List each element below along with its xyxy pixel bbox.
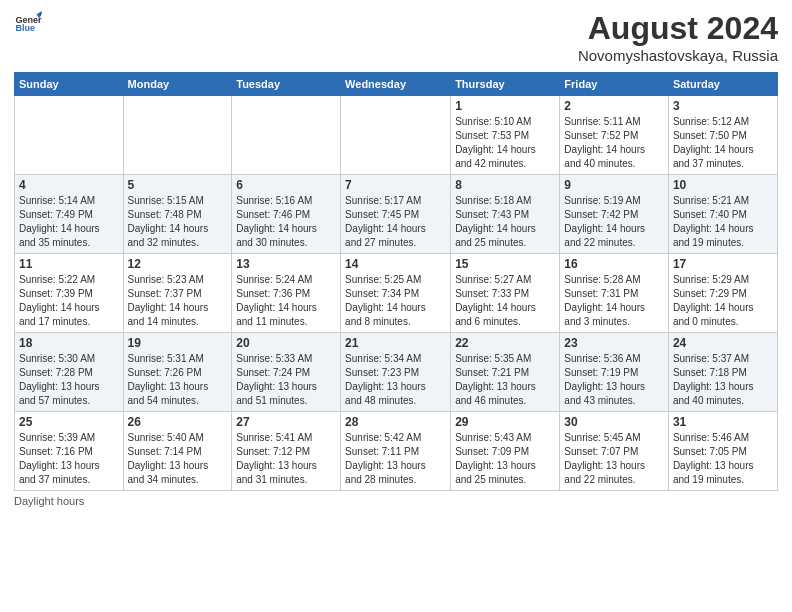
calendar-cell: 27Sunrise: 5:41 AM Sunset: 7:12 PM Dayli… <box>232 412 341 491</box>
day-number: 6 <box>236 178 336 192</box>
calendar-cell: 13Sunrise: 5:24 AM Sunset: 7:36 PM Dayli… <box>232 254 341 333</box>
calendar-cell: 17Sunrise: 5:29 AM Sunset: 7:29 PM Dayli… <box>668 254 777 333</box>
day-number: 21 <box>345 336 446 350</box>
day-info: Sunrise: 5:24 AM Sunset: 7:36 PM Dayligh… <box>236 273 336 329</box>
day-number: 3 <box>673 99 773 113</box>
calendar-table: SundayMondayTuesdayWednesdayThursdayFrid… <box>14 72 778 491</box>
day-info: Sunrise: 5:17 AM Sunset: 7:45 PM Dayligh… <box>345 194 446 250</box>
day-number: 15 <box>455 257 555 271</box>
page-header: General Blue August 2024 Novomyshastovsk… <box>14 10 778 64</box>
calendar-week-row: 18Sunrise: 5:30 AM Sunset: 7:28 PM Dayli… <box>15 333 778 412</box>
calendar-cell <box>341 96 451 175</box>
day-info: Sunrise: 5:33 AM Sunset: 7:24 PM Dayligh… <box>236 352 336 408</box>
day-number: 4 <box>19 178 119 192</box>
day-info: Sunrise: 5:45 AM Sunset: 7:07 PM Dayligh… <box>564 431 664 487</box>
day-info: Sunrise: 5:34 AM Sunset: 7:23 PM Dayligh… <box>345 352 446 408</box>
day-number: 7 <box>345 178 446 192</box>
calendar-day-header: Thursday <box>451 73 560 96</box>
calendar-day-header: Tuesday <box>232 73 341 96</box>
calendar-day-header: Saturday <box>668 73 777 96</box>
calendar-cell: 20Sunrise: 5:33 AM Sunset: 7:24 PM Dayli… <box>232 333 341 412</box>
calendar-week-row: 25Sunrise: 5:39 AM Sunset: 7:16 PM Dayli… <box>15 412 778 491</box>
daylight-label: Daylight hours <box>14 495 84 507</box>
logo-icon: General Blue <box>14 10 42 38</box>
day-number: 18 <box>19 336 119 350</box>
calendar-cell: 6Sunrise: 5:16 AM Sunset: 7:46 PM Daylig… <box>232 175 341 254</box>
calendar-header-row: SundayMondayTuesdayWednesdayThursdayFrid… <box>15 73 778 96</box>
calendar-cell: 22Sunrise: 5:35 AM Sunset: 7:21 PM Dayli… <box>451 333 560 412</box>
day-info: Sunrise: 5:42 AM Sunset: 7:11 PM Dayligh… <box>345 431 446 487</box>
day-number: 9 <box>564 178 664 192</box>
day-info: Sunrise: 5:14 AM Sunset: 7:49 PM Dayligh… <box>19 194 119 250</box>
day-number: 8 <box>455 178 555 192</box>
calendar-cell: 1Sunrise: 5:10 AM Sunset: 7:53 PM Daylig… <box>451 96 560 175</box>
calendar-day-header: Wednesday <box>341 73 451 96</box>
day-number: 14 <box>345 257 446 271</box>
day-info: Sunrise: 5:19 AM Sunset: 7:42 PM Dayligh… <box>564 194 664 250</box>
day-number: 29 <box>455 415 555 429</box>
calendar-cell <box>232 96 341 175</box>
day-info: Sunrise: 5:41 AM Sunset: 7:12 PM Dayligh… <box>236 431 336 487</box>
svg-text:Blue: Blue <box>15 23 35 33</box>
day-info: Sunrise: 5:35 AM Sunset: 7:21 PM Dayligh… <box>455 352 555 408</box>
calendar-cell: 19Sunrise: 5:31 AM Sunset: 7:26 PM Dayli… <box>123 333 232 412</box>
day-number: 24 <box>673 336 773 350</box>
logo: General Blue <box>14 10 42 38</box>
day-number: 5 <box>128 178 228 192</box>
day-number: 22 <box>455 336 555 350</box>
day-info: Sunrise: 5:36 AM Sunset: 7:19 PM Dayligh… <box>564 352 664 408</box>
day-info: Sunrise: 5:43 AM Sunset: 7:09 PM Dayligh… <box>455 431 555 487</box>
day-info: Sunrise: 5:25 AM Sunset: 7:34 PM Dayligh… <box>345 273 446 329</box>
calendar-cell: 29Sunrise: 5:43 AM Sunset: 7:09 PM Dayli… <box>451 412 560 491</box>
day-info: Sunrise: 5:18 AM Sunset: 7:43 PM Dayligh… <box>455 194 555 250</box>
day-info: Sunrise: 5:12 AM Sunset: 7:50 PM Dayligh… <box>673 115 773 171</box>
day-info: Sunrise: 5:39 AM Sunset: 7:16 PM Dayligh… <box>19 431 119 487</box>
calendar-cell: 21Sunrise: 5:34 AM Sunset: 7:23 PM Dayli… <box>341 333 451 412</box>
title-block: August 2024 Novomyshastovskaya, Russia <box>578 10 778 64</box>
calendar-day-header: Sunday <box>15 73 124 96</box>
day-info: Sunrise: 5:29 AM Sunset: 7:29 PM Dayligh… <box>673 273 773 329</box>
calendar-cell <box>123 96 232 175</box>
day-number: 10 <box>673 178 773 192</box>
calendar-cell: 5Sunrise: 5:15 AM Sunset: 7:48 PM Daylig… <box>123 175 232 254</box>
day-number: 27 <box>236 415 336 429</box>
day-number: 26 <box>128 415 228 429</box>
day-number: 2 <box>564 99 664 113</box>
calendar-cell: 24Sunrise: 5:37 AM Sunset: 7:18 PM Dayli… <box>668 333 777 412</box>
calendar-cell: 7Sunrise: 5:17 AM Sunset: 7:45 PM Daylig… <box>341 175 451 254</box>
day-number: 25 <box>19 415 119 429</box>
calendar-cell: 10Sunrise: 5:21 AM Sunset: 7:40 PM Dayli… <box>668 175 777 254</box>
day-number: 12 <box>128 257 228 271</box>
calendar-week-row: 1Sunrise: 5:10 AM Sunset: 7:53 PM Daylig… <box>15 96 778 175</box>
calendar-cell: 4Sunrise: 5:14 AM Sunset: 7:49 PM Daylig… <box>15 175 124 254</box>
day-number: 13 <box>236 257 336 271</box>
month-year-title: August 2024 <box>578 10 778 47</box>
calendar-cell: 26Sunrise: 5:40 AM Sunset: 7:14 PM Dayli… <box>123 412 232 491</box>
calendar-cell: 14Sunrise: 5:25 AM Sunset: 7:34 PM Dayli… <box>341 254 451 333</box>
day-number: 28 <box>345 415 446 429</box>
day-info: Sunrise: 5:11 AM Sunset: 7:52 PM Dayligh… <box>564 115 664 171</box>
calendar-cell: 25Sunrise: 5:39 AM Sunset: 7:16 PM Dayli… <box>15 412 124 491</box>
day-info: Sunrise: 5:23 AM Sunset: 7:37 PM Dayligh… <box>128 273 228 329</box>
day-number: 11 <box>19 257 119 271</box>
calendar-week-row: 11Sunrise: 5:22 AM Sunset: 7:39 PM Dayli… <box>15 254 778 333</box>
day-info: Sunrise: 5:21 AM Sunset: 7:40 PM Dayligh… <box>673 194 773 250</box>
day-number: 30 <box>564 415 664 429</box>
day-info: Sunrise: 5:10 AM Sunset: 7:53 PM Dayligh… <box>455 115 555 171</box>
day-info: Sunrise: 5:15 AM Sunset: 7:48 PM Dayligh… <box>128 194 228 250</box>
day-info: Sunrise: 5:22 AM Sunset: 7:39 PM Dayligh… <box>19 273 119 329</box>
day-info: Sunrise: 5:27 AM Sunset: 7:33 PM Dayligh… <box>455 273 555 329</box>
calendar-cell: 18Sunrise: 5:30 AM Sunset: 7:28 PM Dayli… <box>15 333 124 412</box>
day-info: Sunrise: 5:30 AM Sunset: 7:28 PM Dayligh… <box>19 352 119 408</box>
location-subtitle: Novomyshastovskaya, Russia <box>578 47 778 64</box>
day-number: 1 <box>455 99 555 113</box>
calendar-week-row: 4Sunrise: 5:14 AM Sunset: 7:49 PM Daylig… <box>15 175 778 254</box>
calendar-cell: 23Sunrise: 5:36 AM Sunset: 7:19 PM Dayli… <box>560 333 669 412</box>
day-number: 23 <box>564 336 664 350</box>
page-container: General Blue August 2024 Novomyshastovsk… <box>0 0 792 517</box>
day-number: 20 <box>236 336 336 350</box>
day-number: 17 <box>673 257 773 271</box>
day-info: Sunrise: 5:31 AM Sunset: 7:26 PM Dayligh… <box>128 352 228 408</box>
day-info: Sunrise: 5:16 AM Sunset: 7:46 PM Dayligh… <box>236 194 336 250</box>
day-info: Sunrise: 5:28 AM Sunset: 7:31 PM Dayligh… <box>564 273 664 329</box>
